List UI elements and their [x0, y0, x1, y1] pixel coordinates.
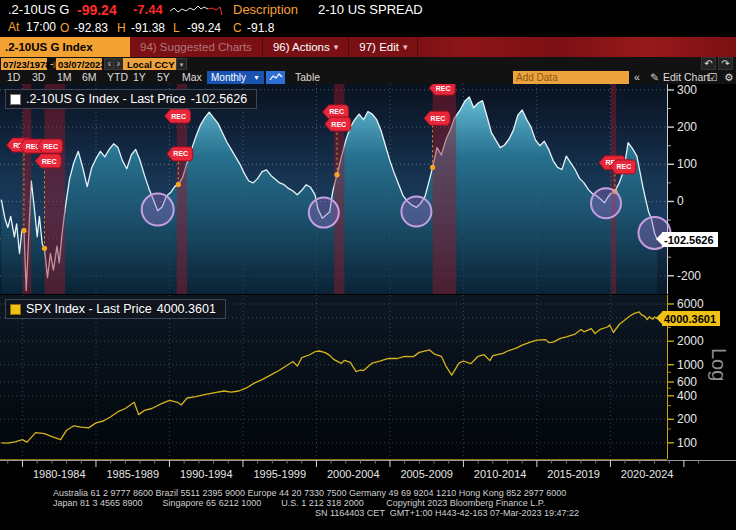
- dropdown-caret-icon: ▾: [334, 42, 339, 52]
- ohlc-key: O: [60, 21, 69, 35]
- svg-text:100: 100: [677, 157, 697, 171]
- svg-text:REC: REC: [431, 115, 446, 122]
- date-dash: -: [50, 58, 53, 69]
- security-tab[interactable]: .2-10US G Index: [0, 37, 130, 57]
- svg-text:REC: REC: [329, 108, 344, 115]
- ohlc-key: L: [173, 21, 180, 35]
- x-axis-label: 2015-2019: [547, 468, 600, 480]
- inversion-circle: [309, 198, 339, 228]
- currency-dropdown-arrow[interactable]: ▾: [176, 58, 187, 70]
- spread-price-tag: -102.5626: [662, 232, 718, 247]
- range-button-max[interactable]: Max: [182, 71, 202, 83]
- inversion-circle: [401, 197, 431, 227]
- range-button-3d[interactable]: 3D: [32, 71, 45, 83]
- svg-text:REC: REC: [171, 113, 186, 120]
- footer-contacts-1: Australia 61 2 9777 8600 Brazil 5511 239…: [53, 488, 566, 498]
- range-button-1d[interactable]: 1D: [7, 71, 20, 83]
- menu-item[interactable]: 96) Actions▾: [263, 37, 349, 57]
- collapse-icon[interactable]: «: [634, 71, 640, 83]
- rec-flag: REC: [35, 154, 61, 168]
- x-axis-label: 2010-2014: [474, 468, 527, 480]
- range-toolbar: 1D3D1M6MYTD1Y5YMax Monthly ▼ Table « ✎ E…: [0, 71, 736, 84]
- rec-flag: REC: [167, 147, 193, 161]
- x-axis-label: 1990-1994: [180, 468, 233, 480]
- titlebar: .2-10US G Index 94) Suggested Charts96) …: [0, 37, 736, 57]
- spread-last-value: -102.5626: [191, 92, 247, 106]
- ticker: .2-10US G: [8, 2, 69, 17]
- currency-select[interactable]: Local CCY: [123, 58, 179, 70]
- gear-icon[interactable]: ⚙: [724, 71, 733, 83]
- spread-legend: .2-10US G Index - Last Price -102.5626: [5, 89, 257, 109]
- rec-flag: REC: [424, 111, 450, 125]
- menu-item[interactable]: 97) Edit▾: [349, 37, 418, 57]
- spread-swatch: [10, 94, 21, 105]
- x-axis-label: 1995-1999: [253, 468, 306, 480]
- bloomberg-terminal-window: .2-10US G -99.24 -7.44 Description 2-10 …: [0, 0, 736, 530]
- svg-text:200: 200: [677, 412, 697, 426]
- table-button[interactable]: Table: [295, 71, 320, 83]
- x-axis-label: 1985-1989: [106, 468, 159, 480]
- spx-plot-area[interactable]: [0, 295, 667, 459]
- rec-flag: REC: [325, 117, 351, 131]
- range-button-5y[interactable]: 5Y: [157, 71, 170, 83]
- rec-flag: REC: [165, 109, 191, 123]
- svg-text:REC: REC: [173, 150, 188, 157]
- ohlc-value: -91.8: [247, 21, 274, 35]
- description-label: Description: [233, 2, 298, 17]
- range-button-ytd[interactable]: YTD: [107, 71, 128, 83]
- svg-text:-200: -200: [677, 269, 701, 283]
- svg-text:100: 100: [677, 436, 697, 450]
- range-button-6m[interactable]: 6M: [82, 71, 97, 83]
- x-axis: 1980-19841985-19891990-19941995-19992000…: [0, 460, 736, 480]
- menu-item[interactable]: 94) Suggested Charts: [130, 37, 263, 57]
- svg-text:REC: REC: [331, 121, 346, 128]
- recession-start-dot: [430, 165, 435, 170]
- recession-start-dot: [42, 246, 47, 251]
- date-from-input[interactable]: 07/23/1978 ▦: [1, 58, 47, 70]
- undo-button[interactable]: ↶: [701, 57, 716, 70]
- edit-chart-button[interactable]: Edit Chart: [663, 71, 710, 83]
- rec-flag: REC: [610, 160, 636, 174]
- svg-text:6000: 6000: [677, 297, 704, 311]
- svg-text:REC: REC: [43, 143, 58, 150]
- svg-text:1000: 1000: [677, 358, 704, 372]
- ohlc-value: -91.38: [131, 21, 165, 35]
- footer-contacts-2: Japan 81 3 4565 8900 Singapore 65 6212 1…: [53, 498, 545, 508]
- svg-text:REC: REC: [42, 158, 57, 165]
- dropdown-caret-icon: ▾: [403, 42, 408, 52]
- price-change: -99.24: [77, 2, 117, 18]
- period-select[interactable]: Monthly ▼: [207, 71, 264, 84]
- inversion-circle: [591, 188, 621, 218]
- recession-start-dot: [21, 228, 26, 233]
- svg-text:600: 600: [677, 375, 697, 389]
- ohlc-row: At 17:00 O-92.83H-91.38L-99.24C-91.8: [0, 19, 736, 36]
- redo-button[interactable]: ↷: [718, 57, 733, 70]
- at-label: At: [8, 20, 19, 34]
- log-scale-label: Log: [708, 348, 730, 381]
- svg-text:400: 400: [677, 389, 697, 403]
- at-time: 17:00: [26, 20, 56, 34]
- x-axis-label: 2005-2009: [400, 468, 453, 480]
- footer-session-info: SN 1164403 CET GMT+1:00 H443-42-163 07-M…: [315, 508, 579, 518]
- ohlc-value: -92.83: [74, 21, 108, 35]
- checkbox-icon[interactable]: ☑: [708, 71, 717, 83]
- svg-text:2000: 2000: [677, 334, 704, 348]
- spx-price-tag: 4000.3601: [662, 311, 720, 326]
- range-button-1m[interactable]: 1M: [57, 71, 72, 83]
- range-button-1y[interactable]: 1Y: [133, 71, 146, 83]
- chart-type-button[interactable]: [266, 71, 285, 84]
- date-toolbar: 07/23/1978 ▦ - 03/07/2023 ▦ ‹ › Local CC…: [0, 57, 736, 71]
- svg-text:REC: REC: [617, 163, 632, 170]
- dropdown-arrow-icon: ▼: [253, 74, 260, 81]
- add-data-input[interactable]: [513, 71, 629, 84]
- date-to-input[interactable]: 03/07/2023 ▦: [56, 58, 102, 70]
- x-axis-label: 1980-1984: [33, 468, 86, 480]
- description-value: 2-10 US SPREAD: [318, 2, 423, 17]
- security-header: .2-10US G -99.24 -7.44 Description 2-10 …: [0, 0, 736, 20]
- price-change-pct: -7.44: [133, 2, 163, 17]
- svg-text:0: 0: [677, 194, 684, 208]
- x-axis-label: 2020-2024: [621, 468, 674, 480]
- recession-start-dot: [176, 182, 181, 187]
- pencil-icon[interactable]: ✎: [650, 71, 659, 83]
- ohlc-key: C: [233, 21, 242, 35]
